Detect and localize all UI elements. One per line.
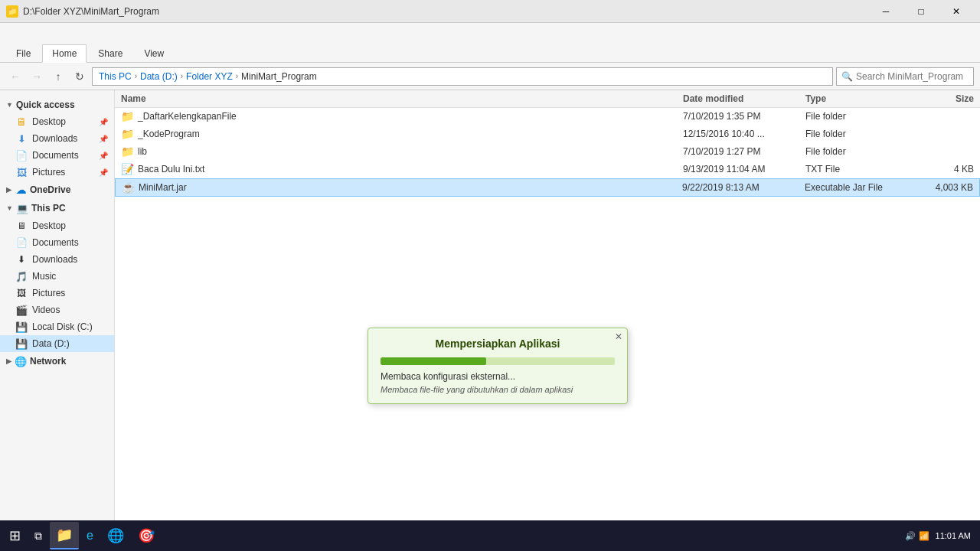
- back-button[interactable]: ←: [6, 67, 24, 86]
- file-type: Executable Jar File: [805, 182, 912, 193]
- file-type: TXT File: [805, 164, 913, 174]
- file-name-text: MiniMart.jar: [139, 182, 187, 193]
- music-icon: 🎵: [15, 270, 28, 282]
- quickaccess-label: Quick access: [16, 99, 75, 110]
- sidebar-item-documents-quick[interactable]: 📄 Documents 📌: [0, 147, 114, 164]
- title-bar: 📁 D:\Folder XYZ\MiniMart_Program ─ □ ✕: [0, 0, 980, 23]
- main-layout: ▼ Quick access 🖥 Desktop 📌 ⬇ Downloads 📌…: [0, 90, 980, 533]
- table-row[interactable]: 📝 Baca Dulu Ini.txt 9/13/2019 11:04 AM T…: [115, 161, 980, 178]
- popup-close-button[interactable]: ✕: [615, 331, 622, 342]
- refresh-button[interactable]: ↻: [70, 67, 89, 86]
- sidebar-item-downloads-quick[interactable]: ⬇ Downloads 📌: [0, 130, 114, 147]
- sidebar-section-network[interactable]: ▶ 🌐 Network: [0, 352, 114, 370]
- file-icon: 📁: [121, 128, 133, 140]
- sidebar-item-documents-pc[interactable]: 📄 Documents: [0, 234, 114, 251]
- file-size: 4,003 KB: [912, 182, 973, 193]
- sidebar-item-downloads-pc[interactable]: ⬇ Downloads: [0, 251, 114, 268]
- desktop-pc-icon: 🖥: [15, 220, 28, 232]
- sidebar: ▼ Quick access 🖥 Desktop 📌 ⬇ Downloads 📌…: [0, 90, 115, 533]
- task-view-button[interactable]: ⧉: [28, 522, 48, 549]
- sidebar-item-datad[interactable]: 💾 Data (D:): [0, 335, 114, 352]
- documents-pc-icon: 📄: [15, 236, 28, 249]
- sidebar-item-music[interactable]: 🎵 Music: [0, 268, 114, 285]
- sidebar-item-label: Music: [32, 271, 56, 282]
- documents-quick-icon: 📄: [15, 149, 28, 161]
- minimize-button[interactable]: ─: [868, 0, 903, 23]
- tab-share[interactable]: Share: [88, 44, 132, 62]
- file-date: 7/10/2019 1:27 PM: [683, 146, 805, 157]
- file-name-cell: 📁 _DaftarKelengkapanFile: [121, 110, 683, 122]
- pin-icon2: 📌: [99, 135, 108, 143]
- sidebar-item-label: Data (D:): [32, 338, 70, 349]
- up-button[interactable]: ↑: [49, 67, 67, 86]
- table-row[interactable]: 📁 _KodeProgram 12/15/2016 10:40 ... File…: [115, 126, 980, 143]
- col-header-name[interactable]: Name: [121, 93, 683, 104]
- sidebar-item-desktop-pc[interactable]: 🖥 Desktop: [0, 217, 114, 234]
- file-icon: ☕: [122, 181, 134, 194]
- file-name-cell: ☕ MiniMart.jar: [122, 181, 682, 194]
- breadcrumb-sep1: ›: [135, 72, 137, 80]
- start-button[interactable]: ⊞: [3, 522, 27, 549]
- file-name-text: Baca Dulu Ini.txt: [138, 164, 204, 174]
- sidebar-item-pictures-quick[interactable]: 🖼 Pictures 📌: [0, 164, 114, 181]
- close-button[interactable]: ✕: [939, 0, 974, 23]
- file-size: 4 KB: [913, 164, 974, 174]
- sidebar-section-thispc[interactable]: ▼ 💻 This PC: [0, 199, 114, 217]
- col-header-date[interactable]: Date modified: [683, 93, 805, 104]
- col-header-type[interactable]: Type: [805, 93, 913, 104]
- datad-icon: 💾: [15, 337, 28, 350]
- quickaccess-arrow: ▼: [6, 101, 13, 109]
- file-type: File folder: [805, 111, 913, 122]
- breadcrumb-sep2: ›: [181, 72, 183, 80]
- pictures-pc-icon: 🖼: [15, 287, 28, 299]
- sidebar-item-pictures-pc[interactable]: 🖼 Pictures: [0, 285, 114, 302]
- desktop-quick-icon: 🖥: [15, 116, 28, 128]
- target-taskbar[interactable]: 🎯: [132, 522, 161, 549]
- pin-icon: 📌: [99, 118, 108, 126]
- ribbon: File Home Share View: [0, 23, 980, 63]
- forward-button[interactable]: →: [28, 67, 46, 86]
- table-row[interactable]: 📁 _DaftarKelengkapanFile 7/10/2019 1:35 …: [115, 108, 980, 126]
- edge-taskbar[interactable]: e: [80, 522, 100, 549]
- network-arrow: ▶: [6, 357, 11, 365]
- chrome-taskbar[interactable]: 🌐: [101, 522, 130, 549]
- file-icon: 📁: [121, 110, 133, 122]
- table-row[interactable]: ☕ MiniMart.jar 9/22/2019 8:13 AM Executa…: [115, 178, 980, 197]
- sidebar-item-desktop-quick[interactable]: 🖥 Desktop 📌: [0, 113, 114, 130]
- onedrive-icon: ☁: [15, 184, 27, 196]
- sidebar-item-label: Documents: [32, 237, 79, 248]
- sidebar-item-label: Desktop: [32, 220, 66, 231]
- window-controls: ─ □ ✕: [868, 0, 974, 23]
- breadcrumb-folderxyz[interactable]: Folder XYZ: [186, 71, 233, 82]
- file-date: 9/22/2019 8:13 AM: [682, 182, 805, 193]
- sidebar-item-label: Videos: [32, 305, 60, 315]
- search-input[interactable]: [856, 71, 969, 82]
- sidebar-item-localc[interactable]: 💾 Local Disk (C:): [0, 318, 114, 335]
- progress-bar-fill: [381, 357, 486, 365]
- file-name-text: _KodeProgram: [138, 129, 200, 139]
- tab-view[interactable]: View: [134, 44, 174, 62]
- breadcrumb[interactable]: This PC › Data (D:) › Folder XYZ › MiniM…: [92, 67, 833, 86]
- file-explorer-taskbar[interactable]: 📁: [50, 522, 79, 549]
- sidebar-item-label: Downloads: [32, 133, 77, 144]
- col-header-size[interactable]: Size: [913, 93, 974, 104]
- breadcrumb-datad[interactable]: Data (D:): [140, 71, 178, 82]
- pin-icon4: 📌: [99, 168, 108, 177]
- file-name-cell: 📝 Baca Dulu Ini.txt: [121, 163, 683, 175]
- network-label: Network: [30, 356, 66, 367]
- popup-status1: Membaca konfigurasi eksternal...: [381, 371, 615, 382]
- taskbar: ⊞ ⧉ 📁 e 🌐 🎯 🔊 📶 11:01 AM: [0, 520, 980, 551]
- sidebar-item-label: Downloads: [32, 254, 77, 265]
- taskbar-icons: 🔊 📶: [905, 531, 929, 541]
- breadcrumb-thispc[interactable]: This PC: [99, 71, 132, 82]
- maximize-button[interactable]: □: [903, 0, 939, 23]
- table-row[interactable]: 📁 lib 7/10/2019 1:27 PM File folder: [115, 143, 980, 161]
- file-name-text: _DaftarKelengkapanFile: [138, 111, 237, 122]
- sidebar-item-videos[interactable]: 🎬 Videos: [0, 302, 114, 318]
- tab-file[interactable]: File: [6, 44, 41, 62]
- taskbar-right: 🔊 📶 11:01 AM: [905, 531, 977, 541]
- sidebar-section-onedrive[interactable]: ▶ ☁ OneDrive: [0, 181, 114, 199]
- sidebar-section-quickaccess[interactable]: ▼ Quick access: [0, 96, 114, 113]
- network-icon: 🌐: [15, 355, 27, 367]
- tab-home[interactable]: Home: [42, 44, 87, 63]
